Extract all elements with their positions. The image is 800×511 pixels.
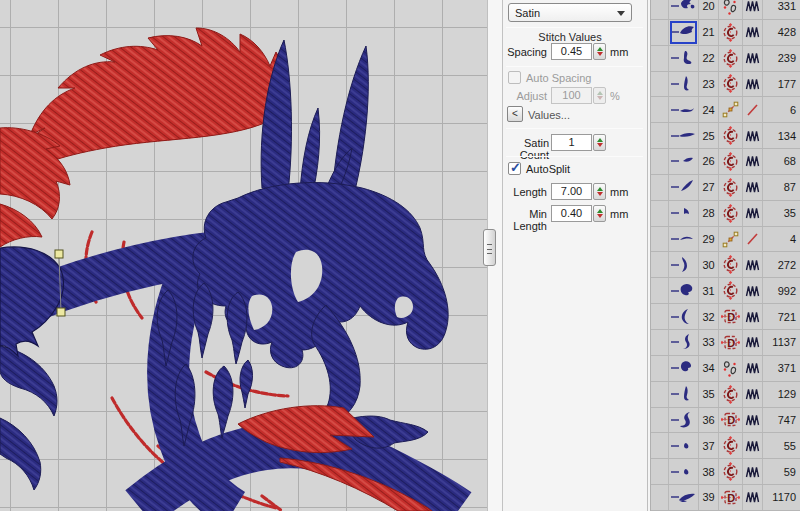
adjust-spinner[interactable] [593,87,606,104]
column-circle-icon[interactable] [719,20,743,45]
auto-split-checkbox[interactable] [508,162,521,175]
zigzag-icon[interactable] [743,330,763,355]
list-item[interactable]: 294 [651,227,800,253]
satin-count-spinner[interactable] [593,134,606,151]
column-circle-icon[interactable] [719,201,743,226]
object-thumbnail[interactable] [669,433,699,458]
list-item[interactable]: 20331 [651,0,800,20]
zigzag-icon[interactable] [743,46,763,71]
list-item[interactable]: 2835 [651,201,800,227]
zigzag-icon[interactable] [743,433,763,458]
list-item[interactable]: 32D721 [651,304,800,330]
selected-wing-object[interactable] [0,247,65,356]
object-thumbnail[interactable] [669,72,699,97]
length-spinner[interactable] [593,183,606,200]
object-thumbnail[interactable] [669,46,699,71]
stitch-type-dropdown[interactable]: Satin [508,3,632,22]
selection-handle[interactable] [55,250,63,258]
zigzag-icon[interactable] [743,408,763,433]
pattern-icon[interactable] [719,0,743,19]
column-circle-icon[interactable] [719,252,743,277]
pattern-icon[interactable] [719,356,743,381]
object-thumbnail[interactable] [669,356,699,381]
column-circle-icon[interactable] [719,278,743,303]
spacing-spinner[interactable] [593,43,606,60]
column-circle-icon[interactable] [719,175,743,200]
object-thumbnail[interactable] [669,20,699,45]
list-item[interactable]: 3859 [651,459,800,485]
zigzag-icon[interactable] [743,252,763,277]
list-item[interactable]: 36D747 [651,408,800,434]
zigzag-icon[interactable] [743,278,763,303]
zigzag-icon[interactable] [743,356,763,381]
object-thumbnail[interactable] [669,0,699,19]
fill-d-icon[interactable]: D [719,485,743,510]
object-thumbnail[interactable] [669,382,699,407]
zigzag-icon[interactable] [743,72,763,97]
list-item[interactable]: 23177 [651,72,800,98]
zigzag-icon[interactable] [743,175,763,200]
list-item[interactable]: 31992 [651,278,800,304]
object-thumbnail[interactable] [669,149,699,174]
min-length-spinner[interactable] [593,205,606,222]
collapse-values-button[interactable]: < [507,106,523,122]
zigzag-icon[interactable] [743,459,763,484]
column-circle-icon[interactable] [719,46,743,71]
zigzag-icon[interactable] [743,485,763,510]
splitter-grip-handle[interactable] [483,229,496,266]
column-circle-icon[interactable] [719,459,743,484]
object-thumbnail[interactable] [669,330,699,355]
line-icon[interactable] [743,97,763,122]
zigzag-icon[interactable] [743,304,763,329]
zigzag-icon[interactable] [743,201,763,226]
object-thumbnail[interactable] [669,485,699,510]
object-thumbnail[interactable] [669,408,699,433]
list-item[interactable]: 21428 [651,20,800,46]
spacing-input[interactable]: 0.45 [551,43,592,60]
min-length-input[interactable]: 0.40 [551,205,592,222]
object-thumbnail[interactable] [669,97,699,122]
object-thumbnail[interactable] [669,175,699,200]
column-circle-icon[interactable] [719,149,743,174]
column-circle-icon[interactable] [719,123,743,148]
object-thumbnail[interactable] [669,459,699,484]
zigzag-icon[interactable] [743,149,763,174]
object-thumbnail[interactable] [669,278,699,303]
running-stitch-icon[interactable] [719,97,743,122]
list-item[interactable]: 35129 [651,382,800,408]
length-input[interactable]: 7.00 [551,183,592,200]
list-item[interactable]: 34371 [651,356,800,382]
zigzag-icon[interactable] [743,20,763,45]
list-item[interactable]: 2668 [651,149,800,175]
adjust-input[interactable]: 100 [551,87,592,104]
list-item[interactable]: 30272 [651,252,800,278]
column-circle-icon[interactable] [719,72,743,97]
column-circle-icon[interactable] [719,433,743,458]
fill-d-icon[interactable]: D [719,408,743,433]
object-thumbnail[interactable] [669,201,699,226]
object-thumbnail[interactable] [669,227,699,252]
design-canvas[interactable] [0,0,487,511]
satin-count-input[interactable]: 1 [551,134,592,151]
values-button-label[interactable]: Values... [528,109,570,121]
list-item[interactable]: 3755 [651,433,800,459]
object-thumbnail[interactable] [669,252,699,277]
list-item[interactable]: 246 [651,97,800,123]
line-icon[interactable] [743,227,763,252]
running-stitch-icon[interactable] [719,227,743,252]
zigzag-icon[interactable] [743,123,763,148]
list-item[interactable]: 25134 [651,123,800,149]
column-circle-icon[interactable] [719,382,743,407]
list-item[interactable]: 2787 [651,175,800,201]
zigzag-icon[interactable] [743,382,763,407]
list-item[interactable]: 22239 [651,46,800,72]
object-thumbnail[interactable] [669,123,699,148]
auto-spacing-checkbox[interactable] [508,71,521,84]
zigzag-icon[interactable] [743,0,763,19]
object-thumbnail[interactable] [669,304,699,329]
selection-handle[interactable] [57,308,65,316]
fill-d-icon[interactable]: D [719,304,743,329]
fill-d-icon[interactable]: D [719,330,743,355]
list-item[interactable]: 33D1137 [651,330,800,356]
list-item[interactable]: 39D1170 [651,485,800,511]
